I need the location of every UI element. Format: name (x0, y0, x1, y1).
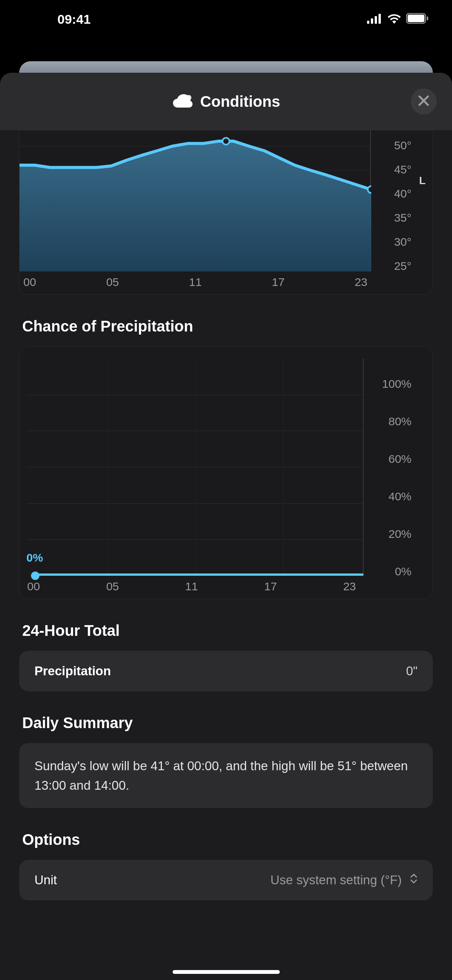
y-tick: 25° (394, 260, 411, 273)
x-tick: 17 (264, 580, 277, 593)
daily-summary-card: Sunday's low will be 41° at 00:00, and t… (19, 743, 433, 808)
precipitation-chart[interactable]: 0% 100% 80% 60% 40% 20% 0% 00 05 11 17 2… (19, 346, 433, 599)
precipitation-total-card: Precipitation 0" (19, 651, 433, 691)
wifi-icon (387, 12, 401, 27)
options-section-title: Options (19, 831, 433, 848)
sheet-title: Conditions (200, 93, 280, 110)
sheet-header: Conditions (0, 73, 452, 130)
total-label: Precipitation (34, 664, 111, 678)
x-tick: 00 (23, 276, 36, 289)
x-tick: 23 (343, 580, 356, 593)
y-tick: 45° (394, 163, 411, 176)
temperature-chart[interactable]: L 50° 45° 40° 35° 30° 25° 00 05 11 17 23 (19, 130, 433, 295)
svg-rect-0 (367, 21, 369, 24)
status-bar: 09:41 (0, 0, 452, 38)
y-tick: 40° (394, 187, 411, 200)
x-tick: 00 (27, 580, 40, 593)
svg-rect-1 (371, 18, 373, 24)
unit-label: Unit (34, 873, 57, 887)
svg-point-18 (222, 138, 229, 145)
y-tick: 35° (394, 211, 411, 224)
precip-section-title: Chance of Precipitation (19, 318, 433, 335)
close-icon (418, 93, 429, 109)
unit-option-row[interactable]: Unit Use system setting (°F) (19, 860, 433, 900)
y-tick: 80% (388, 415, 411, 428)
status-icons (367, 12, 429, 27)
x-tick: 11 (189, 276, 202, 289)
low-marker-label: L (419, 175, 426, 187)
precipitation-chart-plot (20, 358, 364, 576)
y-tick: 20% (388, 528, 411, 541)
unit-value-wrap: Use system setting (°F) (271, 873, 418, 887)
svg-rect-3 (379, 14, 381, 24)
x-tick: 05 (106, 580, 119, 593)
precip-current-marker (31, 572, 39, 580)
svg-rect-5 (408, 15, 424, 22)
battery-icon (406, 12, 429, 27)
x-tick: 23 (355, 276, 367, 289)
temperature-chart-plot (20, 131, 371, 271)
unit-value: Use system setting (°F) (271, 873, 402, 887)
y-tick: 30° (394, 235, 411, 248)
status-time: 09:41 (57, 12, 91, 27)
svg-point-7 (186, 95, 191, 100)
x-tick: 05 (106, 276, 119, 289)
svg-rect-6 (427, 16, 428, 20)
y-tick: 0% (395, 565, 411, 578)
conditions-sheet: Conditions (0, 73, 452, 980)
y-tick: 100% (382, 377, 411, 390)
close-button[interactable] (411, 88, 437, 114)
summary-section-title: Daily Summary (19, 714, 433, 732)
y-tick: 40% (388, 490, 411, 503)
x-tick: 17 (272, 276, 284, 289)
temperature-x-axis: 00 05 11 17 23 (20, 276, 371, 289)
x-tick: 11 (185, 580, 198, 593)
cloud-icon (172, 94, 193, 109)
y-tick: 50° (394, 139, 411, 152)
total-section-title: 24-Hour Total (19, 622, 433, 639)
svg-rect-2 (375, 16, 377, 24)
chevron-updown-icon (410, 873, 418, 884)
home-indicator[interactable] (173, 970, 280, 974)
svg-point-19 (368, 186, 371, 193)
total-value: 0" (406, 664, 418, 678)
y-tick: 60% (388, 452, 411, 466)
precip-x-axis: 00 05 11 17 23 (20, 580, 364, 593)
cellular-icon (367, 12, 382, 27)
summary-text: Sunday's low will be 41° at 00:00, and t… (34, 756, 418, 795)
precip-current-label: 0% (26, 551, 43, 564)
precip-line (35, 573, 364, 576)
